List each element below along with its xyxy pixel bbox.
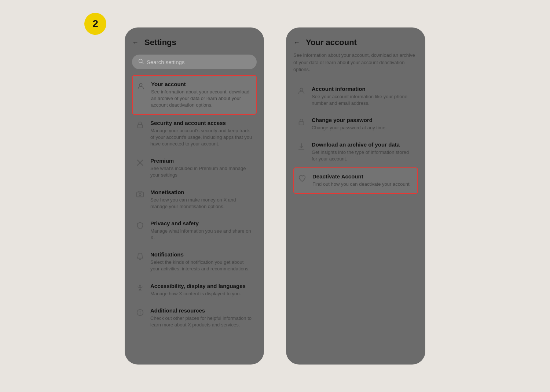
accessibility-title: Accessibility, display and languages <box>150 283 253 289</box>
account-page-desc: See information about your account, down… <box>293 52 418 73</box>
search-input-placeholder: Search settings <box>147 59 184 65</box>
deactivate-title: Deactivate Account <box>312 173 414 180</box>
download-icon <box>297 142 306 151</box>
notifications-desc: Select the kinds of notification you get… <box>150 259 253 272</box>
settings-item-privacy[interactable]: Privacy and safety Manage what informati… <box>132 215 257 246</box>
settings-list: Your account See information about your … <box>132 75 257 333</box>
settings-item-monetisation[interactable]: Monetisation See how you can make money … <box>132 184 257 215</box>
account-item-download[interactable]: Download an archive of your data Get ins… <box>293 136 418 167</box>
download-title: Download an archive of your data <box>312 141 414 148</box>
additional-title: Additional resources <box>150 307 253 314</box>
back-button-right[interactable]: ← <box>293 39 300 47</box>
svg-point-2 <box>139 84 142 86</box>
password-desc: Change your password at any time. <box>312 125 414 131</box>
svg-rect-6 <box>137 192 143 197</box>
lock-icon <box>136 121 144 129</box>
your-account-title: Your account <box>151 81 252 87</box>
premium-title: Premium <box>150 158 253 164</box>
premium-desc: See what's included in Premium and manag… <box>150 165 253 178</box>
accessibility-icon <box>136 284 144 292</box>
security-title: Security and account access <box>150 120 253 126</box>
settings-item-accessibility[interactable]: Accessibility, display and languages Man… <box>132 278 257 302</box>
download-desc: Get insights into the type of informatio… <box>312 149 414 162</box>
lock-icon-right <box>297 118 306 126</box>
settings-item-your-account[interactable]: Your account See information about your … <box>132 75 257 115</box>
account-page-title: Your account <box>306 38 357 47</box>
account-info-desc: See your account information like your p… <box>312 93 414 107</box>
step-badge: 2 <box>84 13 106 35</box>
svg-point-12 <box>300 88 302 90</box>
svg-rect-3 <box>138 125 143 128</box>
accessibility-desc: Manage how X content is displayed to you… <box>150 291 253 297</box>
monetisation-desc: See how you can make money on X and mana… <box>150 197 253 210</box>
person-icon-right <box>297 86 306 95</box>
shield-icon <box>136 221 144 230</box>
svg-line-1 <box>142 62 143 64</box>
account-info-title: Account information <box>312 86 414 92</box>
password-title: Change your password <box>312 117 414 123</box>
account-list: Account information See your account inf… <box>293 81 418 194</box>
settings-item-premium[interactable]: Premium See what's included in Premium a… <box>132 152 257 184</box>
privacy-title: Privacy and safety <box>150 220 253 226</box>
back-button-left[interactable]: ← <box>132 39 139 47</box>
left-phone: ← Settings Search settings Your account <box>125 27 264 365</box>
security-desc: Manage your account's security and keep … <box>150 127 253 148</box>
info-icon <box>136 308 144 317</box>
privacy-desc: Manage what information you see and shar… <box>150 228 253 241</box>
x-icon <box>136 158 144 167</box>
step-number: 2 <box>92 18 98 30</box>
notifications-title: Notifications <box>150 251 253 258</box>
money-icon <box>136 190 144 199</box>
settings-item-additional[interactable]: Additional resources Check out other pla… <box>132 302 257 333</box>
additional-desc: Check out other places for helpful infor… <box>150 315 253 328</box>
settings-title: Settings <box>144 38 176 47</box>
svg-point-8 <box>139 285 141 286</box>
account-header: ← Your account <box>293 38 418 47</box>
account-item-deactivate[interactable]: Deactivate Account Find out how you can … <box>293 167 418 193</box>
deactivate-desc: Find out how you can deactivate your acc… <box>312 181 414 188</box>
svg-point-7 <box>139 193 141 196</box>
person-icon <box>136 82 145 90</box>
heart-icon <box>298 174 307 183</box>
page-container: 2 ← Settings Search settings <box>0 5 550 387</box>
search-icon <box>138 58 144 66</box>
account-item-password[interactable]: Change your password Change your passwor… <box>293 112 418 136</box>
settings-item-security[interactable]: Security and account access Manage your … <box>132 115 257 153</box>
settings-item-notifications[interactable]: Notifications Select the kinds of notifi… <box>132 246 257 277</box>
your-account-desc: See information about your account, down… <box>151 89 252 109</box>
monetisation-title: Monetisation <box>150 189 253 195</box>
settings-header: ← Settings <box>132 38 257 47</box>
right-phone: ← Your account See information about you… <box>286 27 425 365</box>
account-item-info[interactable]: Account information See your account inf… <box>293 81 418 112</box>
search-bar[interactable]: Search settings <box>132 55 257 69</box>
bell-icon <box>136 252 144 261</box>
svg-rect-13 <box>299 122 304 125</box>
